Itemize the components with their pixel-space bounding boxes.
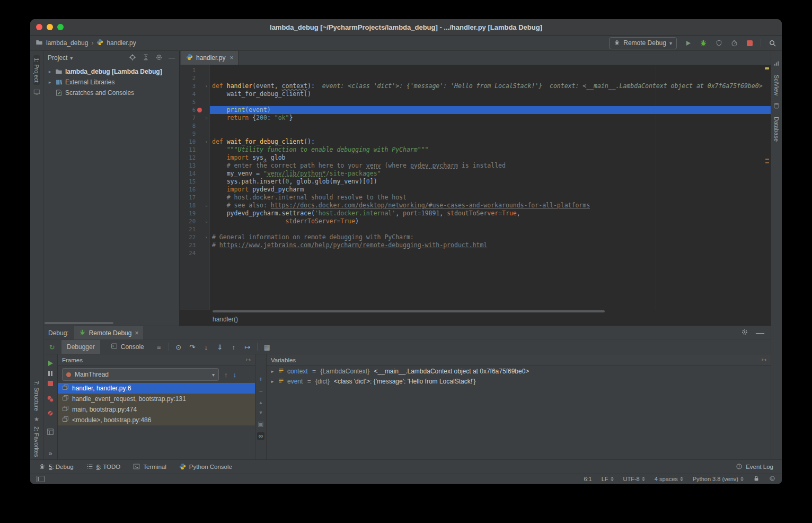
- line-number[interactable]: 16: [180, 186, 196, 194]
- chevron-right-icon[interactable]: ▸: [47, 69, 52, 74]
- line-number[interactable]: 6: [180, 106, 196, 114]
- stop-button[interactable]: [745, 39, 754, 47]
- line-number[interactable]: 17: [180, 194, 196, 202]
- step-out-button[interactable]: ↑: [230, 343, 238, 351]
- fold-marker-icon[interactable]: [203, 249, 210, 257]
- editor-horizontal-scrollbar[interactable]: [180, 310, 771, 313]
- line-number[interactable]: 1: [180, 66, 196, 74]
- caret-position-widget[interactable]: 6:1: [584, 476, 592, 482]
- lock-icon[interactable]: [753, 475, 760, 483]
- gutter-marker-area[interactable]: [196, 98, 203, 106]
- restore-layout-button[interactable]: [47, 428, 54, 438]
- run-configuration-select[interactable]: Remote Debug ▾: [609, 37, 677, 49]
- line-number[interactable]: 8: [180, 122, 196, 130]
- error-stripe-mark[interactable]: [765, 162, 769, 163]
- project-horizontal-scrollbar[interactable]: [45, 322, 113, 324]
- gutter-marker-area[interactable]: [196, 202, 203, 210]
- project-tree-item[interactable]: ▸lambda_debug [Lambda Debug]: [43, 66, 179, 77]
- fold-marker-icon[interactable]: [203, 122, 210, 130]
- debug-session-tab[interactable]: Remote Debug ×: [74, 326, 144, 339]
- fold-marker-icon[interactable]: ▫: [203, 202, 210, 210]
- settings-gear-icon[interactable]: [155, 54, 163, 63]
- stack-frame-item[interactable]: handle_event_request, bootstrap.py:131: [58, 394, 255, 404]
- gutter-marker-area[interactable]: [196, 74, 203, 82]
- project-tree-item[interactable]: ▸External Libraries: [43, 77, 179, 88]
- gutter-marker-area[interactable]: [196, 162, 203, 170]
- breadcrumb-project[interactable]: lambda_debug: [46, 39, 88, 47]
- warning-stripe-mark[interactable]: [765, 67, 769, 69]
- fold-marker-icon[interactable]: [203, 106, 210, 114]
- chevron-right-icon[interactable]: ▸: [47, 80, 52, 85]
- fold-marker-icon[interactable]: [203, 130, 210, 138]
- line-number[interactable]: 11: [180, 146, 196, 154]
- error-stripe-mark[interactable]: [765, 159, 769, 160]
- line-number[interactable]: 23: [180, 241, 196, 249]
- move-watch-down-button[interactable]: ▼: [259, 410, 263, 415]
- breadcrumb-scope[interactable]: handler(): [213, 316, 238, 323]
- fold-marker-icon[interactable]: ▾: [203, 138, 210, 146]
- tool-stripe-favorites[interactable]: 2: Favorites: [33, 424, 40, 459]
- project-tree-item[interactable]: Scratches and Consoles: [43, 88, 179, 98]
- stop-button[interactable]: [48, 381, 53, 386]
- thread-selector[interactable]: MainThread ▾: [62, 368, 219, 381]
- variable-item[interactable]: ▸event = {dict} <class 'dict'>: {'messag…: [267, 376, 771, 386]
- encoding-widget[interactable]: UTF-8: [623, 476, 645, 482]
- gutter-marker-area[interactable]: [196, 114, 203, 122]
- gutter-marker-area[interactable]: [196, 106, 203, 114]
- gutter-marker-area[interactable]: [196, 249, 203, 257]
- line-number[interactable]: 2: [180, 74, 196, 82]
- fold-marker-icon[interactable]: [203, 74, 210, 82]
- gutter-marker-area[interactable]: [196, 186, 203, 194]
- step-into-button[interactable]: ↓: [202, 343, 210, 351]
- tool-stripe-project[interactable]: 1: Project: [33, 55, 40, 85]
- search-everywhere-button[interactable]: [768, 39, 776, 47]
- event-log-button[interactable]: Event Log: [736, 463, 773, 471]
- resume-button[interactable]: [48, 361, 53, 366]
- show-execution-point-button[interactable]: ⊙: [174, 343, 183, 351]
- pin-pane-icon[interactable]: ↦: [762, 356, 766, 363]
- gutter-marker-area[interactable]: [196, 82, 203, 90]
- fold-marker-icon[interactable]: [203, 170, 210, 178]
- gutter-marker-area[interactable]: [196, 138, 203, 146]
- fold-marker-icon[interactable]: [203, 194, 210, 202]
- profiler-button[interactable]: [730, 39, 738, 47]
- tab-console[interactable]: Console: [105, 340, 149, 354]
- code-editor[interactable]: 123▾def handler(event, context): event: …: [180, 65, 771, 310]
- gutter-marker-area[interactable]: [196, 90, 203, 98]
- tool-stripe-database[interactable]: Database: [773, 114, 780, 144]
- variable-item[interactable]: ▸context = {LambdaContext} <__main__.Lam…: [267, 366, 771, 376]
- breakpoint-icon[interactable]: [197, 108, 202, 112]
- line-separator-widget[interactable]: LF: [602, 476, 614, 482]
- evaluate-expression-button[interactable]: ∞: [257, 432, 265, 440]
- gutter-marker-area[interactable]: [196, 225, 203, 233]
- stack-frame-item[interactable]: <module>, bootstrap.py:486: [58, 415, 255, 425]
- close-window-button[interactable]: [36, 24, 42, 30]
- fold-marker-icon[interactable]: [203, 162, 210, 170]
- gutter-marker-area[interactable]: [196, 194, 203, 202]
- highlighting-level-icon[interactable]: [769, 475, 775, 483]
- line-number[interactable]: 7: [180, 114, 196, 122]
- zoom-window-button[interactable]: [57, 24, 64, 30]
- line-number[interactable]: 14: [180, 170, 196, 178]
- line-number[interactable]: 13: [180, 162, 196, 170]
- line-number[interactable]: 24: [180, 249, 196, 257]
- sciview-icon[interactable]: [773, 59, 780, 69]
- settings-gear-icon[interactable]: [741, 328, 748, 338]
- fold-marker-icon[interactable]: [203, 186, 210, 194]
- tool-stripe-structure[interactable]: 7: Structure: [33, 378, 40, 414]
- debug-button[interactable]: [699, 39, 708, 47]
- previous-frame-button[interactable]: ↑: [224, 371, 228, 379]
- fold-marker-icon[interactable]: [203, 90, 210, 98]
- database-icon[interactable]: [773, 101, 780, 111]
- stack-frame-item[interactable]: handler, handler.py:6: [58, 383, 255, 394]
- line-number[interactable]: 19: [180, 210, 196, 217]
- rerun-button[interactable]: ↻: [48, 343, 56, 351]
- hide-tool-window-button[interactable]: —: [169, 54, 175, 62]
- fold-marker-icon[interactable]: [203, 66, 210, 74]
- fold-marker-icon[interactable]: [203, 146, 210, 154]
- locate-file-button[interactable]: [129, 54, 136, 63]
- gutter-marker-area[interactable]: [196, 233, 203, 241]
- gutter-marker-area[interactable]: [196, 241, 203, 249]
- pause-button[interactable]: [48, 371, 52, 376]
- close-tab-icon[interactable]: ×: [230, 54, 233, 62]
